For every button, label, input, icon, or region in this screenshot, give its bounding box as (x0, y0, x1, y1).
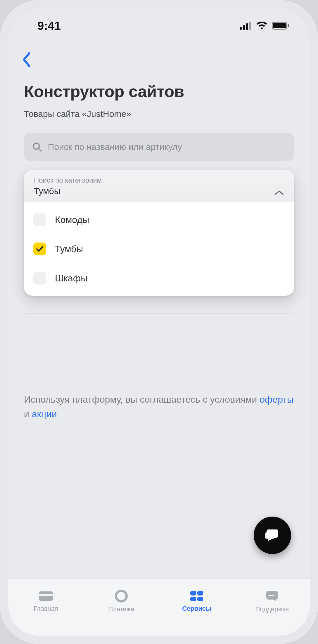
terms-text: Используя платформу, вы соглашаетесь с у… (8, 314, 310, 421)
category-list: Комоды Тумбы Шкафы (24, 202, 294, 296)
chat-fab[interactable] (254, 517, 291, 554)
svg-rect-5 (273, 23, 286, 28)
category-selected: Тумбы (34, 186, 102, 196)
support-icon (265, 590, 279, 603)
checkbox-unchecked[interactable] (33, 272, 46, 285)
circle-icon (115, 590, 128, 603)
screen: 9:41 Конструктор сайтов Товары сайта «Ju… (8, 8, 310, 636)
svg-rect-2 (246, 23, 248, 30)
status-bar: 9:41 (8, 8, 310, 43)
wifi-icon (256, 22, 268, 30)
search-icon (32, 142, 42, 152)
tab-bar: Главная Платежи Сервисы Поддержка (8, 579, 310, 636)
side-button (0, 146, 1, 172)
terms-mid: и (24, 409, 32, 419)
phone-frame: 9:41 Конструктор сайтов Товары сайта «Ju… (0, 0, 318, 644)
back-button[interactable] (22, 52, 298, 67)
svg-rect-6 (288, 24, 289, 27)
chevron-up-icon (274, 190, 284, 196)
tab-home[interactable]: Главная (8, 579, 84, 624)
svg-rect-10 (39, 594, 53, 596)
tab-payments-label: Платежи (108, 605, 134, 613)
checkbox-checked[interactable] (33, 243, 46, 255)
tab-support-label: Поддержка (255, 605, 289, 613)
category-label: Поиск по категориям (34, 176, 102, 184)
category-option[interactable]: Тумбы (27, 234, 291, 264)
category-dropdown: Поиск по категориям Тумбы Комоды Тумб (24, 170, 294, 296)
clock: 9:41 (37, 19, 61, 32)
battery-icon (272, 22, 289, 30)
tab-support[interactable]: Поддержка (234, 579, 310, 624)
svg-rect-12 (190, 591, 196, 595)
chat-icon (264, 527, 281, 543)
terms-prefix: Используя платформу, вы соглашаетесь с у… (24, 394, 260, 405)
svg-rect-17 (269, 595, 274, 596)
terms-link-promo[interactable]: акции (32, 409, 57, 419)
search-wrap (8, 119, 310, 161)
tab-payments[interactable]: Платежи (84, 579, 159, 624)
category-option-label: Шкафы (55, 273, 87, 284)
svg-rect-0 (240, 27, 242, 30)
category-option-label: Комоды (55, 214, 89, 225)
category-option[interactable]: Шкафы (27, 264, 291, 293)
terms-link-offer[interactable]: оферты (260, 394, 294, 405)
category-option[interactable]: Комоды (27, 205, 291, 234)
svg-rect-14 (190, 597, 196, 601)
category-wrap: Поиск по категориям Тумбы Комоды Тумб (8, 161, 310, 296)
side-button (0, 186, 1, 236)
search-box[interactable] (24, 133, 294, 161)
page-subtitle: Товары сайта «JustHome» (8, 104, 310, 119)
category-header[interactable]: Поиск по категориям Тумбы (24, 170, 294, 202)
tab-home-label: Главная (34, 605, 58, 612)
search-input[interactable] (48, 142, 286, 152)
status-icons (240, 22, 289, 30)
page-title: Конструктор сайтов (24, 82, 294, 101)
title-area: Конструктор сайтов (8, 73, 310, 104)
check-icon (36, 246, 44, 252)
chevron-left-icon (22, 52, 32, 67)
card-icon (38, 590, 53, 602)
tab-services[interactable]: Сервисы (159, 579, 234, 624)
svg-point-11 (116, 591, 127, 601)
checkbox-unchecked[interactable] (33, 213, 46, 226)
svg-rect-3 (249, 22, 251, 30)
svg-rect-1 (243, 25, 245, 30)
nav-back-row (8, 43, 310, 73)
cellular-icon (240, 22, 252, 30)
side-button (0, 245, 1, 295)
tab-services-label: Сервисы (182, 605, 211, 612)
svg-rect-15 (197, 597, 203, 601)
grid-icon (190, 590, 204, 602)
svg-line-8 (39, 149, 41, 151)
svg-rect-13 (197, 591, 203, 595)
category-option-label: Тумбы (55, 244, 83, 255)
side-button (317, 201, 318, 277)
